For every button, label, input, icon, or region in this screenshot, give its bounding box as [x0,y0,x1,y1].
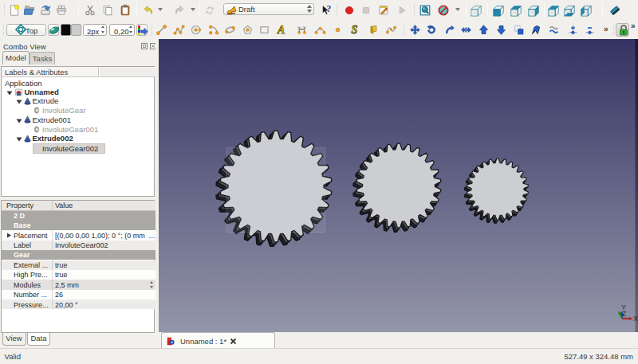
svg-text:A: A [277,24,285,36]
svg-text:S: S [352,24,358,36]
svg-text:Z: Z [622,310,627,318]
